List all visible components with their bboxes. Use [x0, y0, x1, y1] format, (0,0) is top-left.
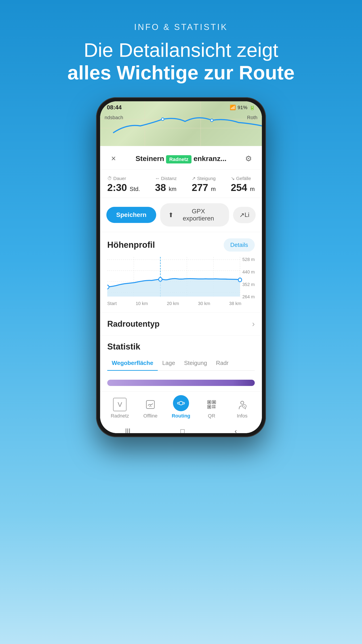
status-time: 08:44	[107, 104, 122, 111]
status-icons: 📶 91% 🔋	[230, 105, 255, 110]
stat-bar	[107, 380, 255, 386]
svg-point-16	[107, 285, 109, 289]
stats-row: ⏱ Dauer 2:30 Std. ↔ Distanz 38	[100, 170, 262, 198]
tab-steigung[interactable]: Steigung	[180, 356, 212, 371]
stat-steigung-label: ↗ Steigung	[192, 176, 216, 181]
phone-frame: 08:44 📶 91% 🔋 ndsbach Roth	[96, 97, 266, 437]
stat-dauer: ⏱ Dauer 2:30 Std.	[107, 176, 140, 193]
map-background: 08:44 📶 91% 🔋 ndsbach Roth	[100, 101, 262, 146]
stat-distanz-value: 38 km	[155, 182, 177, 193]
map-label-right: Roth	[247, 115, 257, 120]
elevation-y-labels: 528 m 440 m 352 m 264 m	[242, 257, 255, 300]
system-menu-button[interactable]: |||	[125, 427, 130, 433]
settings-button[interactable]: ⚙	[242, 152, 255, 165]
y-label-3: 264 m	[242, 294, 255, 300]
steigung-icon: ↗	[192, 176, 196, 181]
header-section: INFO & STATISTIK Die Detailansicht zeigt…	[67, 0, 295, 84]
title-line1: Die Detailansicht zeigt	[84, 39, 278, 61]
elevation-svg	[107, 257, 255, 306]
statistik-title: Statistik	[107, 342, 255, 352]
clock-icon: ⏱	[107, 176, 112, 181]
stat-steigung-value: 277 m	[192, 182, 216, 193]
svg-rect-31	[214, 405, 215, 406]
gpx-export-button[interactable]: ⬆ GPX exportieren	[160, 203, 229, 226]
x-label-1: 10 km	[136, 301, 148, 306]
x-label-2: 20 km	[167, 301, 179, 306]
radnetz-icon: V	[113, 398, 126, 411]
stat-bar-row	[100, 374, 262, 391]
sheet-header: × Steinern Radnetz enkranz... ⚙	[100, 146, 262, 170]
tab-radr[interactable]: Radr	[211, 356, 233, 371]
nav-radnetz[interactable]: V Radnetz	[109, 398, 131, 419]
bottom-nav: V Radnetz Offline	[100, 391, 262, 423]
nav-routing-label: Routing	[172, 413, 190, 419]
svg-rect-23	[208, 401, 210, 403]
battery-text: 91%	[238, 105, 247, 110]
nav-infos[interactable]: + Infos	[231, 398, 253, 419]
route-sheet: × Steinern Radnetz enkranz... ⚙ ⏱ Dauer	[100, 146, 262, 433]
battery-icon: 🔋	[249, 105, 255, 110]
svg-text:+: +	[244, 405, 245, 408]
phone-wrapper: 08:44 📶 91% 🔋 ndsbach Roth	[96, 97, 266, 437]
nav-qr-label: QR	[208, 413, 215, 419]
y-label-1: 440 m	[242, 270, 255, 274]
chevron-right-icon: ›	[252, 319, 255, 329]
elevation-section: Höhenprofil Details	[100, 232, 262, 312]
action-row: Speichern ⬆ GPX exportieren ↗ Li	[100, 198, 262, 232]
tab-lage[interactable]: Lage	[158, 356, 180, 371]
nav-radnetz-label: Radnetz	[111, 413, 129, 419]
svg-rect-25	[213, 401, 215, 403]
nav-infos-label: Infos	[237, 413, 248, 419]
stat-steigung: ↗ Steigung 277 m	[192, 176, 216, 193]
details-button[interactable]: Details	[224, 238, 255, 252]
share-icon: ↗	[239, 211, 245, 219]
system-back-button[interactable]: ‹	[235, 427, 237, 433]
elevation-chart: 528 m 440 m 352 m 264 m Start 10 km 20 k…	[107, 257, 255, 306]
system-home-button[interactable]: □	[181, 427, 185, 433]
stat-dauer-value: 2:30 Std.	[107, 182, 140, 193]
close-button[interactable]: ×	[107, 152, 120, 165]
signal-icon: 📶	[230, 105, 236, 110]
stat-distanz: ↔ Distanz 38 km	[155, 176, 177, 193]
map-labels: ndsbach Roth	[105, 115, 257, 120]
nav-qr[interactable]: QR	[200, 398, 223, 419]
stat-gefalle-value: 254 m	[231, 182, 255, 193]
nav-routing[interactable]: Routing	[170, 395, 192, 419]
svg-point-21	[183, 402, 185, 404]
title-line2: alles Wichtige zur Route	[67, 62, 295, 84]
upload-icon: ⬆	[168, 211, 173, 219]
radnetz-badge: Radnetz	[166, 155, 192, 164]
distanz-icon: ↔	[155, 176, 160, 181]
elevation-x-labels: Start 10 km 20 km 30 km 38 km	[107, 301, 241, 306]
share-button[interactable]: ↗ Li	[233, 207, 256, 223]
svg-point-32	[241, 401, 244, 404]
stat-gefalle-label: ↘ Gefälle	[231, 176, 251, 181]
subtitle: INFO & STATISTIK	[67, 22, 295, 32]
gefalle-icon: ↘	[231, 176, 235, 181]
tab-wego[interactable]: Wegoberfläche	[107, 356, 158, 371]
stat-dauer-label: ⏱ Dauer	[107, 176, 126, 181]
svg-rect-27	[208, 406, 210, 408]
svg-rect-29	[214, 407, 215, 408]
save-button[interactable]: Speichern	[106, 207, 156, 223]
infos-icon: +	[236, 398, 249, 411]
y-label-0: 528 m	[242, 257, 255, 262]
x-label-0: Start	[107, 301, 117, 306]
nav-offline[interactable]: Offline	[139, 398, 162, 419]
phone-screen: 08:44 📶 91% 🔋 ndsbach Roth	[100, 101, 262, 433]
map-area: 08:44 📶 91% 🔋 ndsbach Roth	[100, 101, 262, 146]
svg-point-20	[177, 402, 179, 404]
offline-icon	[144, 398, 157, 411]
svg-rect-30	[212, 407, 214, 408]
statistik-section: Statistik Wegoberfläche Lage Steigung Ra…	[100, 336, 262, 374]
elevation-title: Höhenprofil	[107, 240, 155, 250]
x-label-4: 38 km	[229, 301, 241, 306]
svg-point-17	[159, 278, 162, 281]
main-title: Die Detailansicht zeigt alles Wichtige z…	[67, 39, 295, 84]
svg-point-18	[238, 278, 242, 282]
radroutentyp-label: Radroutentyp	[107, 319, 160, 329]
route-title: Steinern Radnetz enkranz...	[124, 154, 238, 163]
radroutentyp-row[interactable]: Radroutentyp ›	[100, 312, 262, 336]
nav-offline-label: Offline	[143, 413, 158, 419]
map-label-left: ndsbach	[105, 115, 123, 120]
